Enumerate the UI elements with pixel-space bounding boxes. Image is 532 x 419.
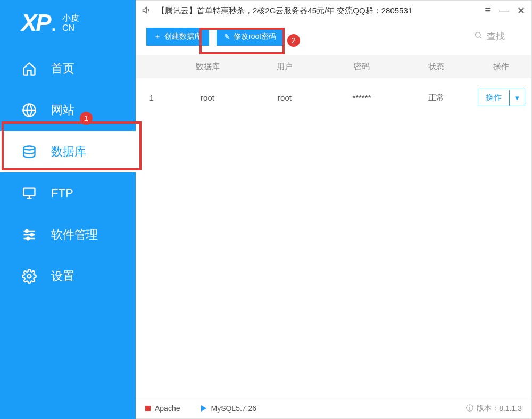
annotation-badge-2: 2	[287, 34, 300, 47]
svg-point-7	[476, 32, 480, 37]
sidebar-item-software[interactable]: 软件管理	[0, 214, 136, 256]
sidebar-item-label: 软件管理	[51, 227, 98, 243]
version-info: ⓘ 版本： 8.1.1.3	[466, 404, 522, 413]
home-icon	[21, 61, 37, 77]
logo-xp: XP	[21, 10, 51, 36]
change-root-password-button[interactable]: ✎ 修改root密码	[217, 28, 284, 46]
sidebar-item-ftp[interactable]: FTP	[0, 172, 136, 214]
create-database-button[interactable]: ＋ 创建数据库	[146, 28, 209, 46]
minimize-icon[interactable]: —	[499, 5, 509, 17]
cell-idx: 1	[136, 93, 168, 102]
col-header-user: 用户	[247, 62, 322, 72]
window-controls: ≡ — ✕	[485, 5, 525, 17]
menu-icon[interactable]: ≡	[485, 5, 491, 17]
col-header-password: 密码	[322, 62, 402, 72]
sidebar-item-database[interactable]: 数据库	[0, 131, 136, 172]
sidebar-item-website[interactable]: 网站	[0, 89, 136, 131]
chevron-down-icon[interactable]: ▾	[509, 90, 525, 106]
database-icon	[21, 144, 37, 160]
version-number: 8.1.1.3	[499, 404, 522, 413]
search-icon	[474, 31, 483, 42]
status-mysql-label: MySQL5.7.26	[211, 404, 256, 413]
logo: XP. 小皮 CN	[0, 0, 136, 48]
status-indicator-running	[201, 405, 206, 412]
logo-cn-text: CN	[62, 23, 79, 33]
button-label: 创建数据库	[164, 32, 202, 42]
table-row: 1 root root ****** 正常 操作 ▾	[136, 78, 531, 117]
cell-password: ******	[322, 93, 402, 102]
sidebar-item-label: FTP	[51, 186, 73, 200]
sidebar-item-home[interactable]: 首页	[0, 48, 136, 89]
titlebar: 【腾讯云】首单特惠秒杀，2核2G云服务器45元/年 交流QQ群：2805531 …	[136, 1, 531, 21]
statusbar: Apache MySQL5.7.26 ⓘ 版本： 8.1.1.3	[136, 398, 531, 418]
svg-point-5	[27, 237, 29, 240]
search-box[interactable]: 查找	[458, 27, 521, 46]
svg-rect-2	[24, 188, 35, 196]
sound-icon[interactable]	[142, 5, 152, 17]
sidebar-item-label: 数据库	[51, 144, 86, 160]
sidebar-item-settings[interactable]: 设置	[0, 256, 136, 297]
col-header-status: 状态	[402, 62, 471, 72]
info-icon: ⓘ	[466, 404, 473, 413]
logo-dot: .	[51, 10, 57, 36]
monitor-icon	[21, 185, 37, 201]
sidebar: XP. 小皮 CN 首页 网站 数据库 FTP 软件管理	[0, 0, 136, 419]
status-apache[interactable]: Apache	[145, 404, 180, 413]
logo-small-text: 小皮	[62, 13, 79, 23]
cell-user: root	[247, 93, 322, 102]
globe-icon	[21, 102, 37, 118]
sidebar-item-label: 首页	[51, 61, 74, 77]
status-mysql[interactable]: MySQL5.7.26	[201, 404, 256, 413]
col-header-action: 操作	[471, 62, 531, 72]
col-header-database: 数据库	[168, 62, 247, 72]
sidebar-item-label: 设置	[51, 268, 74, 284]
version-label: 版本：	[477, 404, 499, 413]
main-area: 【腾讯云】首单特惠秒杀，2核2G云服务器45元/年 交流QQ群：2805531 …	[136, 0, 532, 419]
pencil-icon: ✎	[224, 32, 230, 41]
col-header-idx	[136, 62, 168, 72]
table-header: 数据库 用户 密码 状态 操作	[136, 55, 531, 78]
toolbar: ＋ 创建数据库 ✎ 修改root密码 查找	[136, 21, 531, 55]
plus-icon: ＋	[154, 32, 161, 42]
status-apache-label: Apache	[155, 404, 180, 413]
status-indicator-stopped	[145, 406, 151, 411]
svg-point-3	[26, 230, 28, 233]
button-label: 修改root密码	[234, 32, 276, 42]
annotation-badge-1: 1	[80, 112, 93, 125]
sliders-icon	[21, 227, 37, 243]
gear-icon	[21, 268, 37, 284]
svg-point-6	[28, 275, 31, 278]
cell-status: 正常	[402, 93, 471, 103]
titlebar-text: 【腾讯云】首单特惠秒杀，2核2G云服务器45元/年 交流QQ群：2805531	[157, 6, 412, 16]
search-label: 查找	[487, 30, 505, 43]
cell-action: 操作 ▾	[471, 89, 531, 106]
svg-point-4	[30, 234, 33, 236]
svg-point-1	[24, 146, 35, 150]
close-icon[interactable]: ✕	[517, 5, 525, 17]
logo-cn: 小皮 CN	[62, 13, 79, 33]
cell-database: root	[168, 93, 247, 102]
row-action-button[interactable]: 操作 ▾	[478, 89, 525, 106]
sidebar-item-label: 网站	[51, 102, 74, 118]
action-label: 操作	[478, 89, 509, 106]
